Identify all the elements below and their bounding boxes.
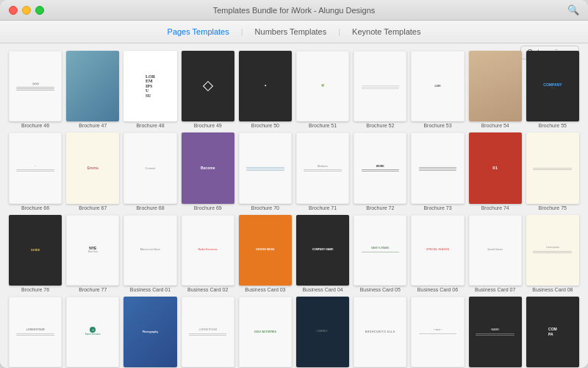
- list-item[interactable]: ◇◇◇ Brochure 46: [9, 51, 62, 128]
- list-item[interactable]: LOREM IPSUM Business Card 09: [9, 297, 62, 368]
- list-item[interactable]: Special Season Business Card 07: [469, 215, 522, 292]
- maximize-button[interactable]: [35, 6, 44, 15]
- list-item[interactable]: 01 Brochure 74: [469, 132, 522, 210]
- list-item[interactable]: COMPANY ....... Brochure 55: [526, 51, 579, 128]
- list-item[interactable]: Lorem ipsum Business Card 08: [526, 215, 579, 292]
- list-item[interactable]: COMPANY NAME Business Card 04: [296, 215, 349, 292]
- list-item[interactable]: ◆ Brochure 50: [239, 51, 292, 128]
- template-grid-row3: GUIDE Brochure 76 NYE New Year Brochure …: [9, 215, 579, 292]
- list-item[interactable]: Brochure 70: [239, 132, 292, 210]
- content-area: ◇◇◇ Brochure 46 Brochure 47 LOREMIPSUSU: [0, 43, 588, 368]
- close-button[interactable]: [9, 6, 18, 15]
- list-item[interactable]: ✦ Name Surname Business Card 10: [66, 297, 119, 368]
- list-item[interactable]: LOREM IPSUM Business Card 12: [182, 297, 234, 368]
- tab-bar: Pages Templates | Numbers Templates | Ke…: [157, 25, 431, 38]
- minimize-button[interactable]: [22, 6, 31, 15]
- list-item[interactable]: 🌿 Brochure 51: [296, 51, 349, 128]
- titlebar: Templates Bundle for iWork - Alungu Desi…: [0, 0, 588, 21]
- list-item[interactable]: Multivers Brochure 71: [296, 132, 349, 210]
- list-item[interactable]: Brochure 75: [526, 132, 579, 210]
- toolbar: Pages Templates | Numbers Templates | Ke…: [0, 21, 588, 43]
- search-icon[interactable]: 🔍: [567, 4, 579, 15]
- tab-pages[interactable]: Pages Templates: [157, 25, 240, 38]
- list-item[interactable]: NYE New Year Brochure 77: [66, 215, 119, 292]
- list-item[interactable]: Photography Business Card 11: [123, 297, 176, 368]
- list-item[interactable]: WORK Brochure 72: [354, 132, 406, 210]
- list-item[interactable]: NAME SURNAME Business Card 05: [354, 215, 406, 292]
- list-item[interactable]: Mama Lost Name Business Card 01: [123, 215, 176, 292]
- list-item[interactable]: Brochure 54: [469, 51, 522, 128]
- tab-numbers[interactable]: Numbers Templates: [245, 25, 337, 38]
- list-item[interactable]: Brochure 73: [411, 132, 464, 210]
- list-item[interactable]: Brochure 47: [66, 51, 119, 128]
- main-window: Templates Bundle for iWork - Alungu Desi…: [0, 0, 588, 368]
- list-item[interactable]: GOLF ACTIVITIES Business Card 13: [239, 297, 292, 368]
- list-item[interactable]: LOREMIPSUSU Brochure 48: [123, 51, 176, 128]
- list-item[interactable]: LUKI Brochure 53: [411, 51, 464, 128]
- list-item[interactable]: DESIGN IDEAS Business Card 03: [239, 215, 292, 292]
- tab-keynote[interactable]: Keynote Templates: [342, 25, 431, 38]
- list-item[interactable]: BROHCURITO ELLE Business Card 15: [354, 297, 406, 368]
- template-grid-row4: LOREM IPSUM Business Card 09 ✦ Name Surn…: [9, 297, 579, 368]
- list-item[interactable]: Commit Brochure 68: [123, 132, 176, 210]
- list-item[interactable]: Emma Brochure 67: [66, 132, 119, 210]
- list-item[interactable]: GUIDE Brochure 76: [9, 215, 62, 292]
- window-title: Templates Bundle for iWork - Alungu Desi…: [213, 6, 376, 15]
- template-grid-row1: ◇◇◇ Brochure 46 Brochure 47 LOREMIPSUSU: [9, 51, 579, 128]
- list-item[interactable]: — Brochure 66: [9, 132, 62, 210]
- list-item[interactable]: Brochure 49: [182, 51, 234, 128]
- template-grid-row2: — Brochure 66 Emma Brochure 67 Commit: [9, 132, 579, 210]
- list-item[interactable]: COMPA Business Card 18: [526, 297, 579, 368]
- list-item[interactable]: Brochure 52: [354, 51, 406, 128]
- list-item[interactable]: ·NAME· Business Card 17: [469, 297, 522, 368]
- traffic-lights[interactable]: [9, 6, 44, 15]
- list-item[interactable]: Nadia Someone Business Card 02: [182, 215, 234, 292]
- list-item[interactable]: • name • Business Card 16: [411, 297, 464, 368]
- list-item[interactable]: SPECIAL SEASON Business Card 06: [411, 215, 464, 292]
- list-item[interactable]: COMPANY... Business Card 14: [296, 297, 349, 368]
- list-item[interactable]: Become Brochure 69: [182, 132, 234, 210]
